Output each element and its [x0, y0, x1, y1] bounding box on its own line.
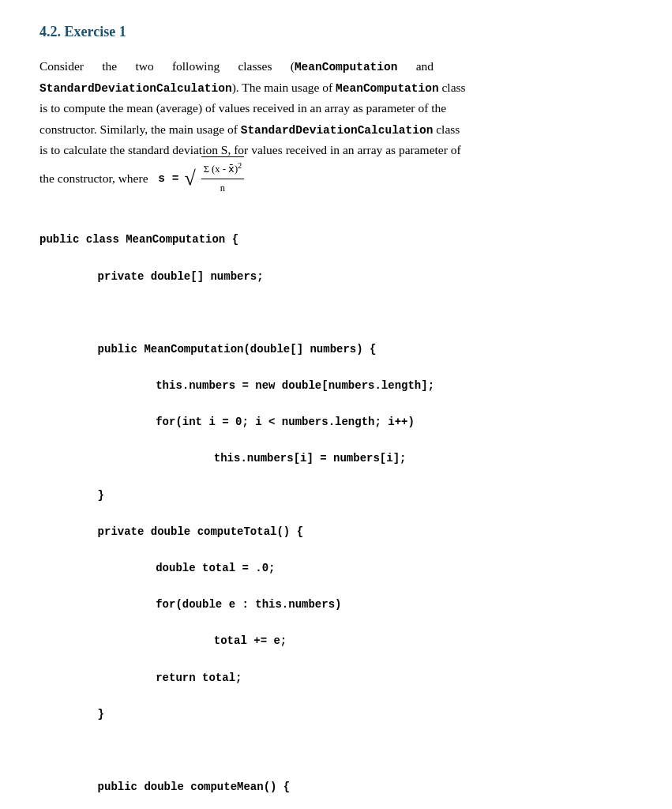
formula-numerator: Σ (x - x̄)2 [201, 159, 245, 179]
class-name-stddev: StandardDeviationCalculation [39, 82, 232, 95]
code-line: for(double e : this.numbers) [39, 596, 633, 614]
code-line: this.numbers = new double[numbers.length… [39, 377, 633, 395]
code-line: private double computeTotal() { [39, 523, 633, 541]
code-line: public MeanComputation(double[] numbers)… [39, 341, 633, 359]
code-line: } [39, 487, 633, 505]
mean-computation-ref1: MeanComputation [336, 82, 439, 95]
stddev-ref1: StandardDeviationCalculation [241, 124, 434, 137]
formula-line: the constructor, where s = √ Σ (x - x̄)2… [39, 161, 244, 198]
code-line: for(int i = 0; i < numbers.length; i++) [39, 413, 633, 431]
class-name-mean: MeanComputation [295, 61, 398, 73]
code-line: this.numbers[i] = numbers[i]; [39, 450, 633, 468]
code-line: } [39, 706, 633, 724]
intro-paragraph: Consider the two following classes (Mean… [39, 56, 633, 197]
code-line: return total; [39, 669, 633, 687]
section-title: 4.2. Exercise 1 [39, 24, 633, 40]
code-line [39, 742, 633, 760]
code-line: public double computeMean() { [39, 778, 633, 796]
code-line: private double[] numbers; [39, 268, 633, 286]
formula-denominator: n [218, 179, 227, 197]
code-block: public class MeanComputation { private d… [39, 213, 633, 809]
code-line: double total = .0; [39, 559, 633, 578]
code-line: total += e; [39, 632, 633, 650]
code-line: public class MeanComputation { [39, 231, 633, 249]
code-line [39, 304, 633, 322]
formula-s: s = [158, 169, 178, 189]
